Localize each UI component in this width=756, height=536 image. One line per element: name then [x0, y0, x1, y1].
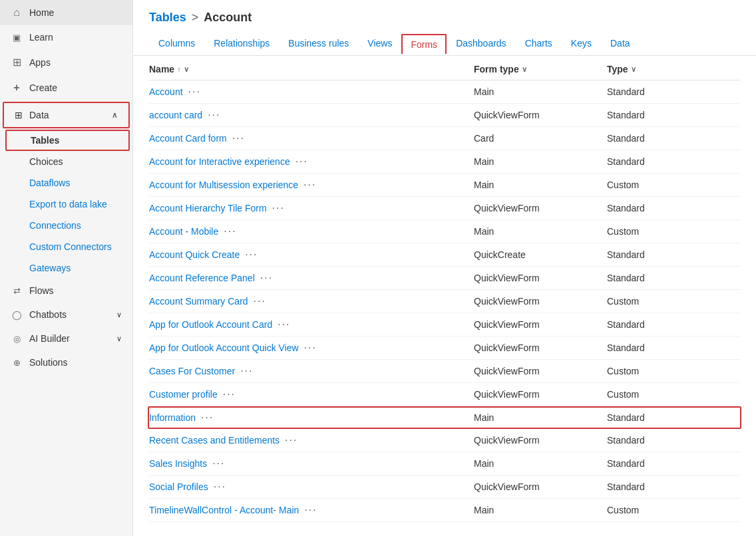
- row-name[interactable]: Account - Mobile: [149, 226, 218, 237]
- row-more-options[interactable]: ···: [196, 412, 219, 424]
- sidebar-item-choices[interactable]: Choices: [0, 151, 132, 172]
- table-row[interactable]: Recent Cases and Entitlements···QuickVie…: [149, 429, 740, 452]
- table-row[interactable]: Account Hierarchy Tile Form···QuickViewF…: [149, 197, 740, 220]
- row-more-options[interactable]: ···: [218, 388, 241, 400]
- table-row[interactable]: Account···MainStandard: [149, 80, 740, 104]
- sidebar-item-custom-connectors[interactable]: Custom Connectors: [0, 236, 132, 257]
- row-name[interactable]: Information: [149, 412, 196, 423]
- tab-business-rules[interactable]: Business rules: [279, 33, 358, 55]
- sidebar-item-ai-builder[interactable]: ◎ AI Builder ∨: [0, 327, 132, 350]
- col-header-form-type[interactable]: Form type ∨: [474, 64, 607, 74]
- chatbots-chevron-icon: ∨: [116, 311, 122, 319]
- row-more-options[interactable]: ···: [202, 109, 226, 121]
- row-more-options[interactable]: ···: [299, 342, 322, 354]
- form-type-sort-icon: ∨: [522, 65, 527, 74]
- tab-columns[interactable]: Columns: [149, 33, 204, 55]
- tab-keys[interactable]: Keys: [562, 33, 601, 55]
- col-header-type[interactable]: Type ∨: [607, 64, 740, 74]
- table-row[interactable]: account card···QuickViewFormStandard: [149, 104, 740, 127]
- sidebar-item-learn[interactable]: ▣ Learn: [0, 25, 132, 49]
- row-more-options[interactable]: ···: [290, 156, 313, 168]
- row-name[interactable]: App for Outlook Account Card: [149, 319, 272, 330]
- sidebar-item-chatbots[interactable]: ◯ Chatbots ∨: [0, 303, 132, 327]
- row-type: Standard: [607, 273, 740, 283]
- row-name[interactable]: Recent Cases and Entitlements: [149, 435, 280, 446]
- table-row[interactable]: Account - Mobile···MainCustom: [149, 220, 740, 243]
- row-name[interactable]: account card: [149, 110, 202, 120]
- row-form-type: Main: [474, 412, 607, 423]
- tab-dashboards[interactable]: Dashboards: [447, 33, 516, 55]
- sidebar-item-data[interactable]: ⊞ Data ∧: [3, 102, 130, 128]
- col-header-name[interactable]: Name ↑ ∨: [149, 64, 474, 74]
- sidebar-item-solutions[interactable]: ⊕ Solutions: [0, 350, 132, 374]
- sidebar-item-gateways[interactable]: Gateways: [0, 257, 132, 279]
- row-type: Custom: [607, 366, 740, 376]
- tab-views[interactable]: Views: [358, 33, 401, 55]
- row-name[interactable]: Account Reference Panel: [149, 273, 255, 283]
- row-more-options[interactable]: ···: [207, 458, 230, 469]
- row-more-options[interactable]: ···: [240, 249, 263, 261]
- row-form-type: Main: [474, 156, 607, 167]
- table-row[interactable]: Account Summary Card···QuickViewFormCust…: [149, 290, 740, 313]
- sidebar-item-connections[interactable]: Connections: [0, 215, 132, 236]
- row-more-options[interactable]: ···: [248, 295, 272, 307]
- table-row[interactable]: App for Outlook Account Card···QuickView…: [149, 313, 740, 336]
- row-form-type: QuickViewForm: [474, 366, 607, 376]
- sidebar-item-apps-label: Apps: [29, 57, 51, 68]
- row-name[interactable]: App for Outlook Account Quick View: [149, 342, 299, 353]
- tab-data[interactable]: Data: [601, 33, 640, 55]
- row-name[interactable]: Account Hierarchy Tile Form: [149, 203, 267, 213]
- sidebar-item-tables[interactable]: Tables: [5, 130, 130, 151]
- row-more-options[interactable]: ···: [299, 504, 322, 516]
- table-row[interactable]: Account Card form···CardStandard: [149, 127, 740, 150]
- tab-charts[interactable]: Charts: [516, 33, 562, 55]
- row-more-options[interactable]: ···: [298, 179, 321, 191]
- sidebar-item-flows[interactable]: ⇄ Flows: [0, 279, 132, 303]
- row-type: Custom: [607, 296, 740, 307]
- row-more-options[interactable]: ···: [235, 365, 258, 377]
- table-row[interactable]: TimelineWallControl - Account- Main···Ma…: [149, 499, 740, 522]
- row-more-options[interactable]: ···: [267, 202, 290, 214]
- sidebar-item-solutions-label: Solutions: [29, 357, 68, 368]
- tab-forms[interactable]: Forms: [401, 34, 447, 54]
- table-row[interactable]: Social Profiles···QuickViewFormStandard: [149, 475, 740, 499]
- row-name[interactable]: Sales Insights: [149, 458, 207, 469]
- table-row[interactable]: Sales Insights···MainStandard: [149, 452, 740, 475]
- row-name[interactable]: Account: [149, 86, 183, 97]
- row-name[interactable]: Social Profiles: [149, 481, 208, 492]
- learn-icon: ▣: [11, 33, 23, 43]
- table-row[interactable]: Account Quick Create···QuickCreateStanda…: [149, 243, 740, 267]
- ai-builder-chevron-icon: ∨: [116, 335, 122, 343]
- row-more-options[interactable]: ···: [280, 434, 303, 446]
- row-name[interactable]: Account Quick Create: [149, 249, 240, 260]
- table-row[interactable]: Account for Multisession experience···Ma…: [149, 174, 740, 197]
- sidebar-item-export[interactable]: Export to data lake: [0, 194, 132, 215]
- table-row[interactable]: Account for Interactive experience···Mai…: [149, 150, 740, 174]
- row-name[interactable]: Account for Interactive experience: [149, 156, 290, 167]
- breadcrumb-tables-link[interactable]: Tables: [149, 11, 186, 25]
- table-row[interactable]: Account Reference Panel···QuickViewFormS…: [149, 267, 740, 290]
- row-more-options[interactable]: ···: [272, 319, 295, 331]
- table-row[interactable]: Customer profile···QuickViewFormCustom: [149, 383, 740, 406]
- row-more-options[interactable]: ···: [227, 132, 250, 144]
- row-name[interactable]: Customer profile: [149, 389, 218, 400]
- row-more-options[interactable]: ···: [183, 86, 206, 98]
- row-more-options[interactable]: ···: [255, 272, 278, 284]
- row-name[interactable]: Account for Multisession experience: [149, 180, 298, 190]
- sidebar-item-create[interactable]: + Create: [0, 75, 132, 100]
- row-name[interactable]: TimelineWallControl - Account- Main: [149, 505, 299, 515]
- row-more-options[interactable]: ···: [208, 481, 232, 493]
- row-form-type: QuickViewForm: [474, 319, 607, 330]
- sidebar-item-dataflows[interactable]: Dataflows: [0, 172, 132, 194]
- table-row[interactable]: App for Outlook Account Quick View···Qui…: [149, 336, 740, 360]
- table-row[interactable]: Cases For Customer···QuickViewFormCustom: [149, 360, 740, 383]
- row-name[interactable]: Cases For Customer: [149, 366, 235, 376]
- sidebar-item-home[interactable]: ⌂ Home: [0, 0, 132, 25]
- row-more-options[interactable]: ···: [218, 225, 242, 237]
- row-name[interactable]: Account Summary Card: [149, 296, 248, 307]
- tab-relationships[interactable]: Relationships: [204, 33, 279, 55]
- sidebar-item-apps[interactable]: ⊞ Apps: [0, 49, 132, 75]
- table-row[interactable]: Information···MainStandard: [148, 406, 741, 429]
- sidebar-item-custom-connectors-label: Custom Connectors: [29, 241, 112, 252]
- row-name[interactable]: Account Card form: [149, 133, 227, 144]
